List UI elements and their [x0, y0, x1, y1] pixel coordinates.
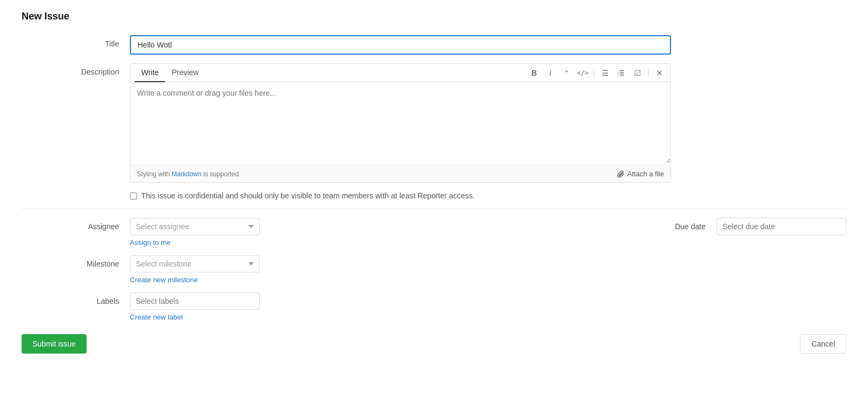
markdown-link[interactable]: Markdown: [172, 170, 201, 178]
ordered-list-icon[interactable]: 1 2 3: [615, 66, 628, 79]
description-label: Description: [22, 63, 130, 76]
cancel-button[interactable]: Cancel: [800, 334, 846, 354]
checkbox-icon[interactable]: ☑: [631, 66, 644, 79]
assign-to-me-link[interactable]: Assign to me: [130, 238, 641, 247]
svg-rect-2: [620, 75, 624, 76]
title-row: Title: [22, 35, 846, 55]
bold-icon[interactable]: B: [528, 66, 541, 79]
formatting-toolbar: B I “ </> ☰ 1 2 3: [528, 64, 666, 82]
create-label-link[interactable]: Create new label: [130, 313, 846, 321]
description-tab-bar: Write Preview B I “ </> ☰ 1: [130, 64, 670, 82]
svg-rect-1: [620, 72, 624, 74]
toolbar-divider-2: [648, 69, 649, 77]
title-input[interactable]: [130, 35, 671, 55]
attach-file-button[interactable]: Attach a file: [617, 170, 664, 178]
fullscreen-icon[interactable]: ✕: [653, 66, 666, 79]
italic-icon[interactable]: I: [544, 66, 557, 79]
labels-input[interactable]: [130, 292, 260, 310]
labels-label: Labels: [22, 292, 130, 305]
description-box: Write Preview B I “ </> ☰ 1: [130, 63, 671, 183]
svg-text:3: 3: [617, 74, 619, 76]
title-field-wrapper: [130, 35, 671, 55]
fields-section: Assignee Select assignee Assign to me Du…: [22, 218, 846, 321]
labels-row: Labels Create new label: [22, 292, 846, 321]
unordered-list-icon[interactable]: ☰: [599, 66, 611, 79]
title-label: Title: [22, 35, 130, 48]
section-divider: [22, 209, 846, 209]
due-date-field-content: [716, 218, 846, 235]
confidential-checkbox[interactable]: [130, 192, 137, 200]
quote-icon[interactable]: “: [560, 66, 573, 79]
toolbar-divider-1: [594, 69, 594, 77]
due-date-wrapper: Due date: [673, 218, 846, 235]
submit-button[interactable]: Submit issue: [22, 334, 87, 354]
description-field-wrapper: Write Preview B I “ </> ☰ 1: [130, 63, 671, 183]
milestone-label: Milestone: [22, 255, 130, 268]
assignee-field-content: Select assignee Assign to me: [130, 218, 641, 247]
due-date-label: Due date: [673, 218, 716, 231]
milestone-row: Milestone Select milestone Create new mi…: [22, 255, 846, 284]
confidential-row: This issue is confidential and should on…: [22, 191, 846, 200]
due-date-input[interactable]: [716, 218, 846, 235]
assignee-label: Assignee: [22, 218, 130, 231]
code-icon[interactable]: </>: [576, 66, 589, 79]
description-row: Description Write Preview B I “ </> ☰: [22, 63, 846, 183]
description-footer: Styling with Markdown is supported Attac…: [130, 165, 670, 182]
create-milestone-link[interactable]: Create new milestone: [130, 276, 846, 284]
footer-actions: Submit issue Cancel: [22, 334, 846, 364]
svg-rect-0: [620, 70, 624, 71]
milestone-field-content: Select milestone Create new milestone: [130, 255, 846, 284]
markdown-note: Styling with Markdown is supported: [137, 170, 239, 178]
assignee-duedate-row: Assignee Select assignee Assign to me Du…: [22, 218, 846, 247]
tab-write[interactable]: Write: [135, 64, 165, 82]
description-tabs: Write Preview: [135, 64, 205, 82]
milestone-select[interactable]: Select milestone: [130, 255, 260, 272]
page-title: New Issue: [22, 11, 846, 22]
description-textarea[interactable]: [130, 82, 670, 163]
assignee-select[interactable]: Select assignee: [130, 218, 260, 235]
labels-field-content: Create new label: [130, 292, 846, 321]
confidential-label: This issue is confidential and should on…: [141, 191, 475, 200]
tab-preview[interactable]: Preview: [165, 64, 205, 82]
paperclip-icon: [617, 170, 625, 178]
